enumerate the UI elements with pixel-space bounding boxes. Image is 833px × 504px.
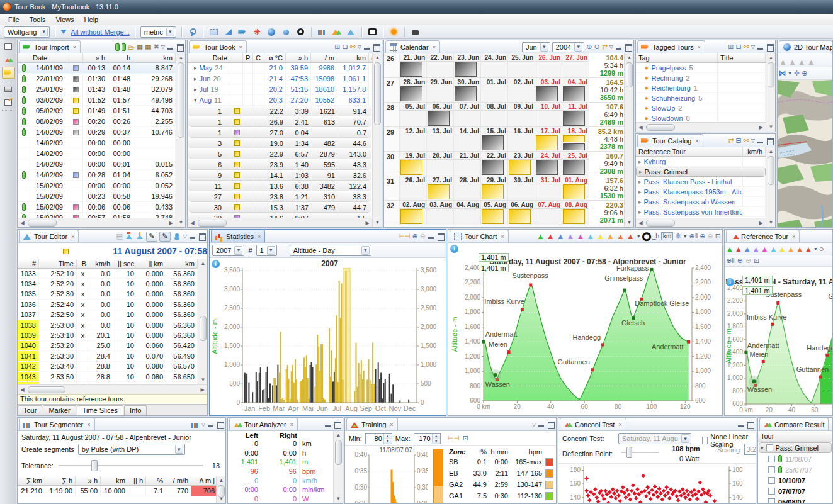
scroll-down-icon[interactable]: ▼ [625, 218, 633, 227]
scrollbar-thumb[interactable] [198, 220, 227, 227]
tour-type-triangle-icon[interactable]: ▲ [769, 245, 777, 254]
pinwheel-icon[interactable]: ✳ [252, 26, 263, 37]
tab-close-icon[interactable]: × [239, 44, 242, 50]
zoom-out-icon[interactable]: ⊖ [594, 43, 599, 51]
calendar-day-cell[interactable]: 06. Jul [426, 103, 453, 126]
tour-block[interactable] [536, 135, 558, 150]
tab-tour-analyzer[interactable]: Tour Analyzer× [229, 418, 298, 430]
maximize-icon[interactable] [547, 422, 555, 428]
column-header[interactable]: C [253, 53, 263, 63]
info-icon[interactable]: i [726, 278, 734, 286]
selection-tool-icon[interactable] [208, 26, 219, 37]
calendar-day-cell[interactable]: 05. Aug [480, 201, 507, 225]
scrollbar-thumb[interactable] [374, 62, 381, 125]
view-menu-icon[interactable]: ▽ [183, 233, 187, 239]
column-header[interactable]: || sec [113, 259, 137, 269]
view-menu-icon[interactable]: ▽ [532, 422, 536, 427]
scroll-down-icon[interactable]: ▼ [373, 218, 382, 227]
column-header[interactable]: » h [83, 53, 108, 63]
item-checkbox[interactable] [768, 488, 775, 495]
calendar-day-cell[interactable]: 07. Jul [453, 103, 480, 126]
conconi-tour-combo[interactable]: Saturday, 11 Augu▼ [618, 433, 691, 444]
tab-close-icon[interactable]: × [698, 44, 701, 50]
compare-item-row[interactable]: 07/07/07 [758, 486, 832, 496]
tab-reference-tour[interactable]: Reference Tour× [726, 230, 800, 242]
scroll-left-icon[interactable]: ◀ [188, 218, 197, 227]
column-header[interactable]: Δ m | [191, 476, 216, 486]
table-row[interactable]: ▸Pass: Sustenpass ab Wassen [636, 197, 766, 207]
search-tours-icon[interactable] [410, 26, 421, 37]
segment-chart-icon[interactable] [191, 420, 200, 429]
column-header[interactable]: || h [128, 476, 146, 486]
bar-layout-icon[interactable]: ⊢⊣ [448, 434, 460, 442]
zoom-in-icon[interactable]: ⊕ [737, 257, 743, 265]
table-row[interactable]: 15/02/0900:5701:582.748 [18, 213, 176, 218]
column-header[interactable]: km [166, 259, 198, 269]
tour-block[interactable] [536, 86, 558, 101]
table-row[interactable]: ◆SlowUp2 [636, 103, 766, 113]
person-icon[interactable] [281, 26, 292, 37]
table-row[interactable]: 03/02/0901:5201:5749.498 [18, 95, 176, 106]
tab-close-icon[interactable]: × [390, 422, 393, 428]
tour-type-triangle-icon[interactable]: ▲ [778, 245, 786, 254]
fit-graph-icon[interactable]: ⊡ [463, 434, 468, 442]
horizontal-scrollbar[interactable]: ◀▶ [18, 384, 207, 394]
scroll-up-icon[interactable]: ▲ [625, 53, 633, 62]
tour-type-triangle-icon[interactable]: ▲ [744, 245, 751, 254]
table-row[interactable]: ▸Jul1920.251:15186101,157.8 [188, 84, 372, 95]
tour-segmenter-icon[interactable] [317, 26, 327, 37]
tour-block[interactable] [400, 62, 422, 77]
expand-icon[interactable]: ▸ [638, 179, 642, 185]
calendar-day-cell[interactable]: 08. Aug [562, 201, 589, 225]
maximize-icon[interactable] [766, 44, 774, 50]
calendar-day-cell[interactable]: 29. Jun [426, 78, 453, 102]
table-row[interactable]: 08/02/0900:2000:262.255 [18, 116, 176, 127]
chevron-down-icon[interactable]: ▼ [788, 71, 792, 76]
table-row[interactable]: 05/02/0901:4901:5144.703 [18, 106, 176, 116]
tour-triangle-icon[interactable]: ▲ [807, 57, 815, 67]
item-checkbox[interactable] [768, 498, 775, 503]
column-header[interactable]: / m/h [166, 476, 191, 486]
tour-filter-link[interactable]: All without Merge... [71, 28, 130, 36]
column-header[interactable]: || km [137, 259, 166, 269]
horizontal-scrollbar[interactable]: ◀▶ [18, 218, 176, 227]
stat-type-combo[interactable]: Altitude - Day▼ [290, 245, 371, 256]
calendar-day-cell[interactable]: 02. Aug [399, 201, 426, 225]
sync-map-icon[interactable]: ⋈ [779, 69, 786, 77]
scrollbar-thumb[interactable] [178, 62, 184, 138]
table-row[interactable]: 14/01/0900:1300:148.847 [18, 63, 176, 74]
info-icon[interactable]: i [450, 245, 458, 253]
tour-type-triangle-icon[interactable]: ▲ [606, 232, 615, 241]
collapse-all-icon[interactable]: ⊟ [342, 43, 348, 51]
view-menu-icon[interactable]: ▽ [358, 44, 361, 50]
tab-conconi-test[interactable]: Conconi Test× [560, 418, 626, 430]
table-row[interactable]: ▸Pass: Klausen Pass - Linthal [636, 177, 766, 187]
tour-block[interactable] [482, 209, 504, 224]
calendar-day-cell[interactable]: 16. Jul [507, 127, 535, 151]
signpost-icon[interactable] [237, 26, 248, 37]
zoom-in-icon[interactable]: ⊕ [412, 232, 418, 240]
column-header[interactable]: Date [30, 53, 69, 63]
calendar-day-cell[interactable]: 21. Jul [453, 152, 480, 176]
table-row[interactable]: 1113.66:383482122.4 [188, 181, 371, 191]
tour-type-triangle-icon[interactable]: ▲ [752, 245, 760, 254]
scrollbar-thumb[interactable] [626, 62, 633, 87]
table-row[interactable]: ◆Schuhheizung5 [636, 93, 766, 103]
tab-tour-book[interactable]: Tour Book× [189, 40, 247, 53]
compare-item-row[interactable]: 10/10/07 [758, 475, 832, 486]
scrollbar-thumb[interactable] [768, 62, 774, 87]
scroll-right-icon[interactable]: ▶ [166, 218, 176, 227]
calendar-day-cell[interactable]: 02. Jul [507, 78, 535, 102]
vertical-scrollbar[interactable]: ▲▼ [216, 476, 225, 503]
photo-chart-icon[interactable] [367, 26, 378, 37]
tab-statistics[interactable]: Statistics× [211, 230, 265, 242]
tab-compare-result[interactable]: Compare Result [759, 418, 829, 430]
zoom-out-icon[interactable]: ⊖ [708, 232, 713, 240]
table-row[interactable]: 10392:53:10x20.1100.00056.360 [18, 330, 198, 340]
zoom-in-icon[interactable]: ⊕ [700, 232, 705, 240]
measurement-combo[interactable]: metric▼ [140, 26, 176, 38]
tour-triangle-icon[interactable]: ▲ [779, 57, 787, 67]
tour-type-triangle-icon[interactable]: ▲ [626, 232, 635, 241]
expand-all-icon[interactable]: ⊞ [334, 43, 340, 51]
calendar-day-cell[interactable]: 23. Jun [453, 53, 480, 77]
